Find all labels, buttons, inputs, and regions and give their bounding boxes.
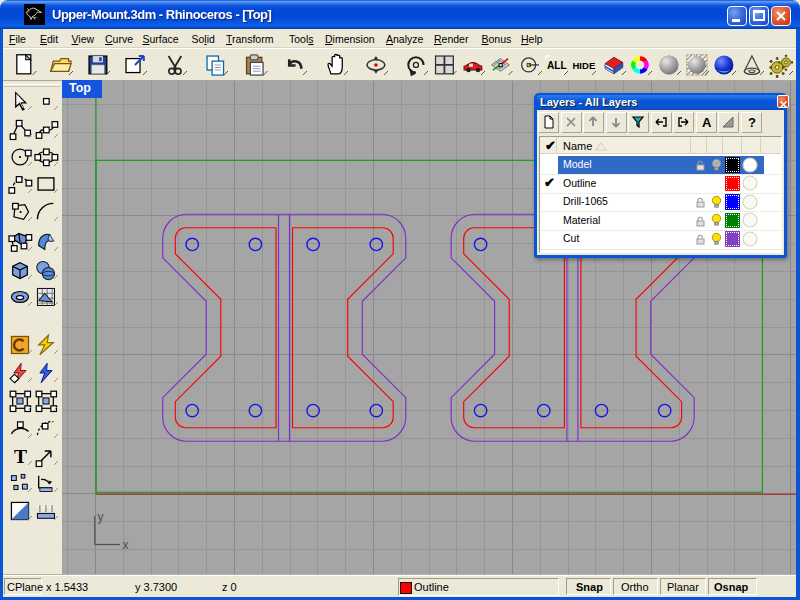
svg-text:T: T — [14, 446, 27, 467]
svg-text:ALL: ALL — [547, 60, 567, 71]
svg-text:HIDE: HIDE — [573, 60, 596, 71]
svg-text:A: A — [702, 115, 712, 130]
svg-text:y: y — [98, 510, 104, 524]
svg-text:?: ? — [748, 115, 756, 130]
svg-text:x: x — [123, 538, 129, 552]
